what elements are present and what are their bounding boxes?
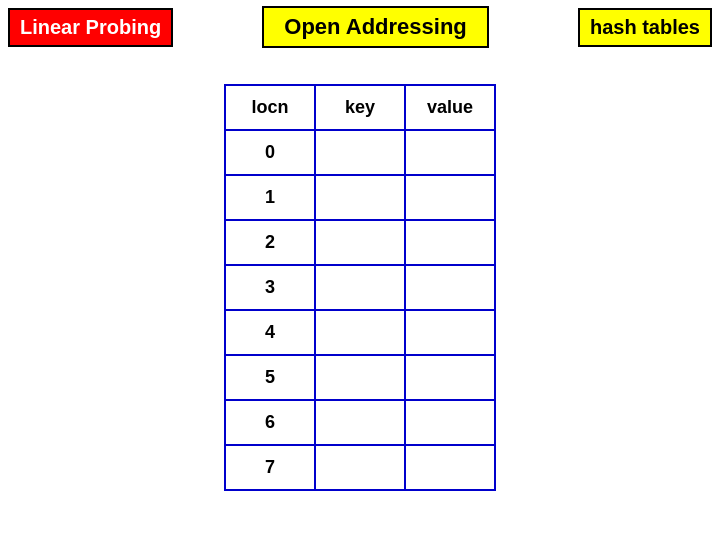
cell-key-3 [315,265,405,310]
col-header-locn: locn [225,85,315,130]
header-bar: Linear Probing Open Addressing hash tabl… [0,0,720,54]
col-header-value: value [405,85,495,130]
cell-locn-4: 4 [225,310,315,355]
open-addressing-badge: Open Addressing [262,6,489,48]
hash-tables-label: hash tables [590,16,700,38]
cell-value-3 [405,265,495,310]
cell-value-2 [405,220,495,265]
cell-locn-3: 3 [225,265,315,310]
cell-value-5 [405,355,495,400]
cell-locn-2: 2 [225,220,315,265]
hash-tables-badge: hash tables [578,8,712,47]
table-row: 5 [225,355,495,400]
linear-probing-label: Linear Probing [20,16,161,38]
cell-locn-5: 5 [225,355,315,400]
table-row: 0 [225,130,495,175]
cell-value-1 [405,175,495,220]
table-header-row: locn key value [225,85,495,130]
table-row: 4 [225,310,495,355]
cell-locn-6: 6 [225,400,315,445]
cell-locn-1: 1 [225,175,315,220]
cell-key-2 [315,220,405,265]
table-row: 3 [225,265,495,310]
cell-key-6 [315,400,405,445]
cell-key-7 [315,445,405,490]
hash-table: locn key value 01234567 [224,84,496,491]
col-header-key: key [315,85,405,130]
main-content: locn key value 01234567 [0,84,720,491]
cell-locn-0: 0 [225,130,315,175]
cell-key-5 [315,355,405,400]
table-row: 2 [225,220,495,265]
linear-probing-badge: Linear Probing [8,8,173,47]
table-row: 1 [225,175,495,220]
cell-locn-7: 7 [225,445,315,490]
cell-value-7 [405,445,495,490]
cell-key-4 [315,310,405,355]
cell-value-4 [405,310,495,355]
cell-key-0 [315,130,405,175]
table-row: 7 [225,445,495,490]
table-row: 6 [225,400,495,445]
cell-value-0 [405,130,495,175]
open-addressing-label: Open Addressing [284,14,467,39]
cell-value-6 [405,400,495,445]
cell-key-1 [315,175,405,220]
